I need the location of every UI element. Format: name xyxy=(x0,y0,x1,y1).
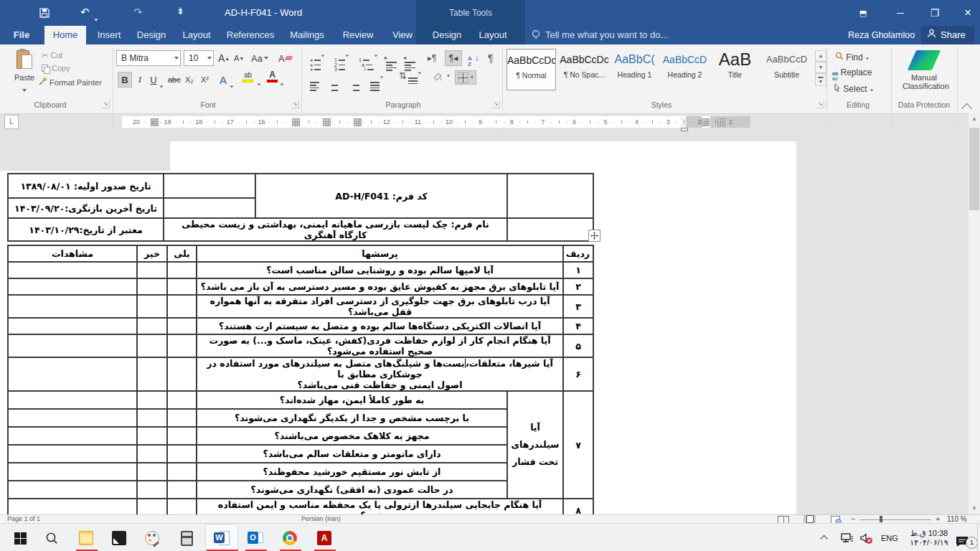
tab-review[interactable]: Review xyxy=(337,26,379,44)
row-number[interactable]: ۶ xyxy=(563,357,593,391)
tab-design[interactable]: Design xyxy=(132,26,171,44)
italic-button[interactable]: I xyxy=(135,72,145,88)
vertical-scrollbar[interactable]: ▲ ▼ xyxy=(969,113,980,514)
style-subtitle[interactable]: AaBbCcD Subtitle xyxy=(762,49,811,90)
ribbon-display-options-icon[interactable]: ⬒ xyxy=(852,4,874,22)
logo-cell[interactable] xyxy=(507,174,593,218)
redo-icon[interactable]: ↷ xyxy=(133,6,143,19)
group-label-cell[interactable]: آیا سیلندرهای تحت فشار xyxy=(507,391,563,499)
copy-button[interactable]: Copy xyxy=(42,64,70,72)
yes-cell[interactable] xyxy=(167,445,197,463)
col-header-num[interactable]: ردیف xyxy=(563,245,593,262)
zoom-in-icon[interactable]: + xyxy=(936,515,940,523)
select-button[interactable]: Select xyxy=(834,83,874,94)
yes-cell[interactable] xyxy=(167,391,197,409)
line-spacing-button[interactable]: ⇅ xyxy=(399,70,422,85)
subscript-button[interactable]: X₂ xyxy=(185,72,194,88)
empty-cell[interactable] xyxy=(164,174,255,198)
tellme-box[interactable]: Tell me what you want to do... xyxy=(545,26,668,44)
acrobat-icon[interactable]: A xyxy=(313,529,336,547)
yes-cell[interactable] xyxy=(167,262,197,278)
scroll-up-icon[interactable]: ▲ xyxy=(969,113,980,125)
word-taskbar-icon[interactable]: W xyxy=(210,529,233,547)
style-heading1[interactable]: AaBbC( Heading 1 xyxy=(610,49,659,90)
no-cell[interactable] xyxy=(137,262,167,278)
yes-cell[interactable] xyxy=(167,427,197,445)
ruler-table-column-marker[interactable] xyxy=(354,118,362,126)
share-button[interactable]: Share xyxy=(921,26,974,44)
styles-dialog-launcher[interactable]: ↘ xyxy=(816,100,824,108)
tab-view[interactable]: View xyxy=(386,26,419,44)
tab-references[interactable]: References xyxy=(222,26,278,44)
print-layout-icon[interactable] xyxy=(804,515,816,523)
ruler-table-column-marker[interactable] xyxy=(323,118,331,126)
style-no-spacing[interactable]: AaBbCcDc ¶ No Spac... xyxy=(560,49,609,90)
bullets-button[interactable]: ●●● xyxy=(310,52,325,71)
network-icon[interactable] xyxy=(841,524,854,551)
obs-cell[interactable] xyxy=(8,391,137,409)
obs-cell[interactable] xyxy=(8,262,137,278)
highlight-button[interactable]: ab xyxy=(242,72,253,83)
issue-date-cell[interactable]: تاریخ صدور اولیه: ۱۳۸۹/۰۸/۰۱ xyxy=(8,174,164,198)
no-cell[interactable] xyxy=(137,463,167,481)
no-cell[interactable] xyxy=(137,295,167,318)
tray-show-hidden-icons[interactable] xyxy=(822,524,828,551)
styles-scroll-down-icon[interactable]: ▼ xyxy=(815,62,826,73)
paste-button[interactable]: Paste xyxy=(10,49,39,95)
underline-dropdown-icon[interactable] xyxy=(159,78,164,91)
language-indicator[interactable]: ENG xyxy=(881,524,898,551)
justify-icon[interactable] xyxy=(370,73,384,92)
yes-cell[interactable] xyxy=(167,318,197,334)
obs-cell[interactable] xyxy=(8,463,137,481)
borders-button[interactable] xyxy=(455,70,476,85)
obs-cell[interactable] xyxy=(8,357,137,391)
scroll-down-icon[interactable]: ▼ xyxy=(969,503,980,514)
style-heading2[interactable]: AaBbCcD Heading 2 xyxy=(660,49,710,90)
tab-selector[interactable]: L xyxy=(4,115,19,129)
question-cell[interactable]: آیا هنگام جابجایی سیلندرها ازترولی یا یک… xyxy=(197,499,563,514)
ruler-table-column-marker[interactable] xyxy=(292,118,300,126)
undo-icon[interactable]: ↶ xyxy=(80,6,90,19)
obs-cell[interactable] xyxy=(8,427,137,445)
question-cell[interactable]: آیا شیرها، متعلقات،بست‌ها و شیلنگ‌های مت… xyxy=(197,357,563,391)
styles-more-icon[interactable]: ▬▼ xyxy=(815,73,826,86)
change-case-button[interactable]: Aa xyxy=(251,50,268,66)
obs-cell[interactable] xyxy=(8,295,137,318)
numbering-button[interactable]: 123 xyxy=(334,52,349,71)
strikethrough-button[interactable]: abc xyxy=(168,72,181,88)
no-cell[interactable] xyxy=(137,278,167,295)
yes-cell[interactable] xyxy=(167,463,197,481)
question-cell[interactable]: آیا درب تابلوهای برق جهت جلوگیری از دستر… xyxy=(197,295,563,318)
row-number[interactable]: ۵ xyxy=(563,334,593,357)
format-painter-button[interactable]: Format Painter xyxy=(39,77,102,87)
superscript-button[interactable]: X² xyxy=(201,72,209,88)
restore-icon[interactable]: ❐ xyxy=(924,4,946,22)
col-header-no[interactable]: خیر xyxy=(137,245,167,262)
calculator-icon[interactable] xyxy=(175,529,198,547)
highlight-dropdown-icon[interactable] xyxy=(257,76,261,89)
bold-button[interactable]: B xyxy=(118,72,132,88)
row-number[interactable]: ۳ xyxy=(563,295,593,318)
obs-cell[interactable] xyxy=(8,481,137,499)
find-button[interactable]: Find xyxy=(835,52,870,62)
action-center-icon[interactable]: 1 xyxy=(956,524,969,551)
underline-button[interactable]: U xyxy=(148,72,159,88)
horizontal-ruler[interactable]: 2019181716121110987654321 xyxy=(122,116,750,128)
decrease-indent-icon[interactable]: ▸ xyxy=(386,53,397,72)
speaker-muted-icon[interactable] xyxy=(859,524,872,551)
sub-question-cell[interactable]: دارای مانومتر و متعلقات سالم می‌باشد؟ xyxy=(197,445,507,463)
no-cell[interactable] xyxy=(137,318,167,334)
empty-cell[interactable] xyxy=(507,218,593,241)
yes-cell[interactable] xyxy=(167,278,197,295)
sub-question-cell[interactable]: از تابش نور مستقیم خورشید محفوظند؟ xyxy=(197,463,507,481)
font-dialog-launcher[interactable]: ↘ xyxy=(291,100,299,108)
font-color-dropdown-icon[interactable] xyxy=(280,76,284,89)
customize-qat-icon[interactable]: ⇟ xyxy=(176,6,184,17)
tab-tabletools-layout[interactable]: Layout xyxy=(472,26,514,44)
no-cell[interactable] xyxy=(137,499,167,514)
font-color-button[interactable]: A xyxy=(267,70,278,83)
manual-classification-button[interactable]: Manual Classification xyxy=(903,50,946,90)
tab-mailings[interactable]: Mailings xyxy=(284,26,330,44)
zoom-level[interactable]: 110 % xyxy=(947,515,967,523)
page[interactable] xyxy=(170,141,796,171)
